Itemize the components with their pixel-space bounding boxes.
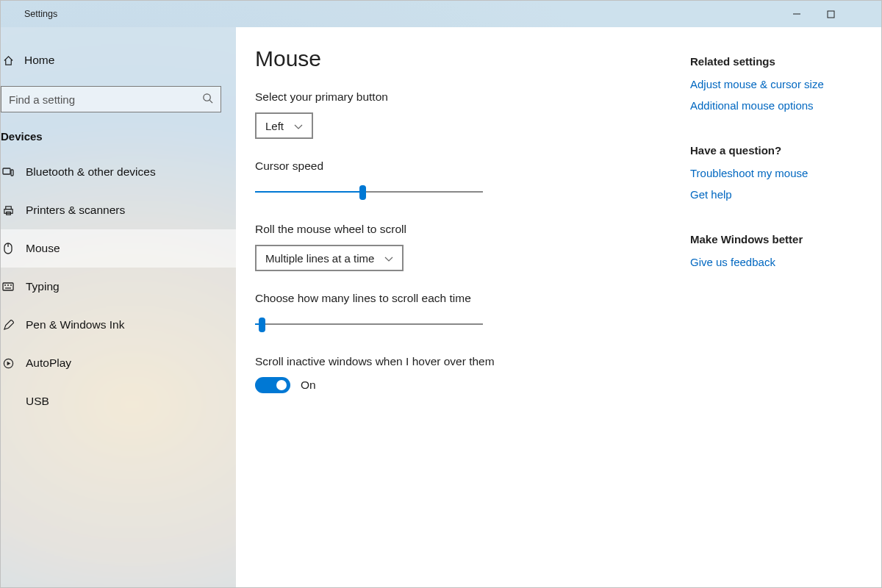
link-additional-mouse-options[interactable]: Additional mouse options [690,99,872,112]
minimize-button[interactable] [780,1,814,27]
pen-icon [2,319,14,331]
devices-icon [2,166,14,178]
search-icon [202,93,213,107]
svg-rect-5 [11,170,13,176]
question-heading: Have a question? [690,144,872,157]
window-title: Settings [24,9,57,19]
sidebar-item-label: AutoPlay [26,356,71,370]
sidebar-item-label: Typing [26,280,60,293]
select-value: Multiple lines at a time [265,252,374,265]
link-feedback[interactable]: Give us feedback [690,256,872,268]
slider-thumb[interactable] [359,185,366,200]
chevron-down-icon [294,120,303,132]
page-title: Mouse [255,46,690,71]
sidebar: Home Devices Bluetooth & other devices P… [1,27,236,588]
sidebar-item-label: Bluetooth & other devices [26,165,156,179]
feedback-heading: Make Windows better [690,233,872,245]
home-icon [2,55,14,66]
svg-rect-11 [3,283,13,290]
sidebar-item-label: USB [26,395,49,408]
toggle-knob [276,380,287,390]
related-heading: Related settings [690,55,872,68]
sidebar-item-label: Pen & Windows Ink [26,318,124,331]
printer-icon [2,204,14,216]
sidebar-category: Devices [1,126,236,153]
sidebar-item-usb[interactable]: USB [1,382,236,420]
sidebar-item-label: Printers & scanners [26,204,125,217]
svg-rect-7 [4,209,12,213]
sidebar-item-autoplay[interactable]: AutoPlay [1,344,236,382]
svg-line-3 [209,100,212,103]
maximize-button[interactable] [814,1,847,27]
sidebar-item-label: Mouse [26,242,60,255]
mouse-icon [2,243,14,254]
chevron-down-icon [384,252,393,265]
svg-point-2 [204,93,210,100]
slider-fill [255,191,362,193]
sidebar-item-printers[interactable]: Printers & scanners [1,191,236,229]
keyboard-icon [2,281,14,293]
link-adjust-mouse-size[interactable]: Adjust mouse & cursor size [690,78,872,90]
cursor-speed-slider[interactable] [255,182,483,202]
sidebar-home[interactable]: Home [1,45,236,76]
slider-thumb[interactable] [259,318,265,332]
inactive-scroll-label: Scroll inactive windows when I hover ove… [255,355,690,368]
inactive-scroll-toggle[interactable] [255,377,290,393]
sidebar-item-mouse[interactable]: Mouse [1,229,236,268]
svg-rect-1 [828,11,834,18]
main-panel: Mouse Select your primary button Left Cu… [236,27,881,588]
autoplay-icon [2,357,14,369]
link-troubleshoot[interactable]: Troubleshoot my mouse [690,167,872,179]
slider-track [255,323,483,325]
cursor-speed-label: Cursor speed [255,159,690,173]
primary-button-select[interactable]: Left [255,112,313,139]
primary-button-label: Select your primary button [255,90,690,104]
sidebar-item-typing[interactable]: Typing [1,268,236,306]
sidebar-item-bluetooth[interactable]: Bluetooth & other devices [1,153,236,191]
roll-wheel-label: Roll the mouse wheel to scroll [255,223,690,236]
search-input[interactable] [9,93,202,106]
right-rail: Related settings Adjust mouse & cursor s… [690,27,881,588]
select-value: Left [265,120,284,132]
home-label: Home [24,54,54,67]
search-box[interactable] [1,86,221,112]
usb-icon [2,395,14,407]
svg-rect-4 [3,168,10,174]
roll-wheel-select[interactable]: Multiple lines at a time [255,245,404,271]
lines-slider[interactable] [255,314,483,334]
sidebar-item-pen[interactable]: Pen & Windows Ink [1,306,236,344]
titlebar: Settings [1,1,881,27]
lines-label: Choose how many lines to scroll each tim… [255,292,690,305]
toggle-state: On [301,379,316,392]
link-get-help[interactable]: Get help [690,188,872,201]
